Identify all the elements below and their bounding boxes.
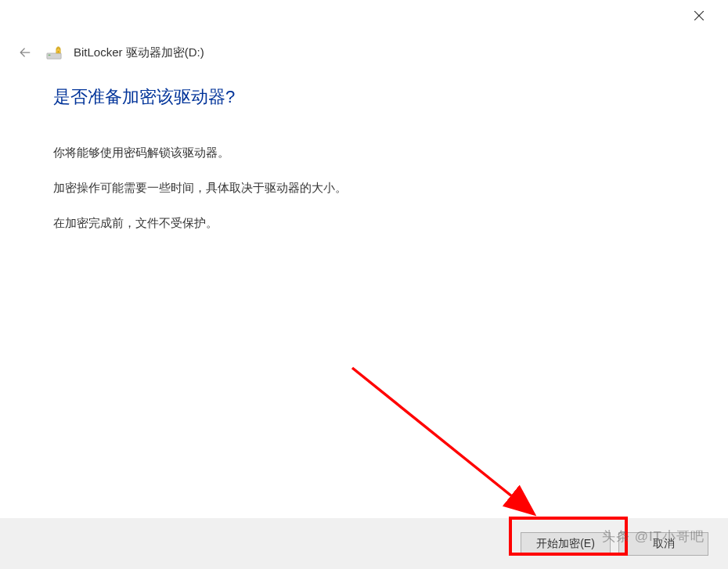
svg-rect-2 bbox=[47, 53, 61, 59]
svg-line-6 bbox=[352, 368, 532, 513]
wizard-footer: 开始加密(E) 取消 bbox=[0, 518, 728, 569]
bitlocker-drive-icon bbox=[45, 44, 63, 61]
wizard-title: BitLocker 驱动器加密(D:) bbox=[74, 45, 204, 60]
body-text-2: 加密操作可能需要一些时间，具体取决于驱动器的大小。 bbox=[53, 179, 675, 197]
close-icon bbox=[694, 11, 704, 20]
titlebar bbox=[0, 0, 728, 31]
back-button[interactable] bbox=[16, 43, 34, 62]
start-encrypt-button[interactable]: 开始加密(E) bbox=[521, 532, 611, 556]
wizard-header: BitLocker 驱动器加密(D:) bbox=[0, 31, 728, 85]
body-text-1: 你将能够使用密码解锁该驱动器。 bbox=[53, 144, 675, 162]
page-heading: 是否准备加密该驱动器? bbox=[53, 85, 675, 109]
close-button[interactable] bbox=[681, 4, 716, 27]
back-arrow-icon bbox=[17, 45, 33, 60]
annotation-arrow bbox=[344, 360, 564, 532]
svg-point-4 bbox=[58, 51, 59, 52]
svg-rect-3 bbox=[49, 55, 51, 56]
body-text-3: 在加密完成前，文件不受保护。 bbox=[53, 214, 675, 232]
cancel-button[interactable]: 取消 bbox=[618, 532, 708, 556]
wizard-content: 是否准备加密该驱动器? 你将能够使用密码解锁该驱动器。 加密操作可能需要一些时间… bbox=[0, 85, 728, 233]
